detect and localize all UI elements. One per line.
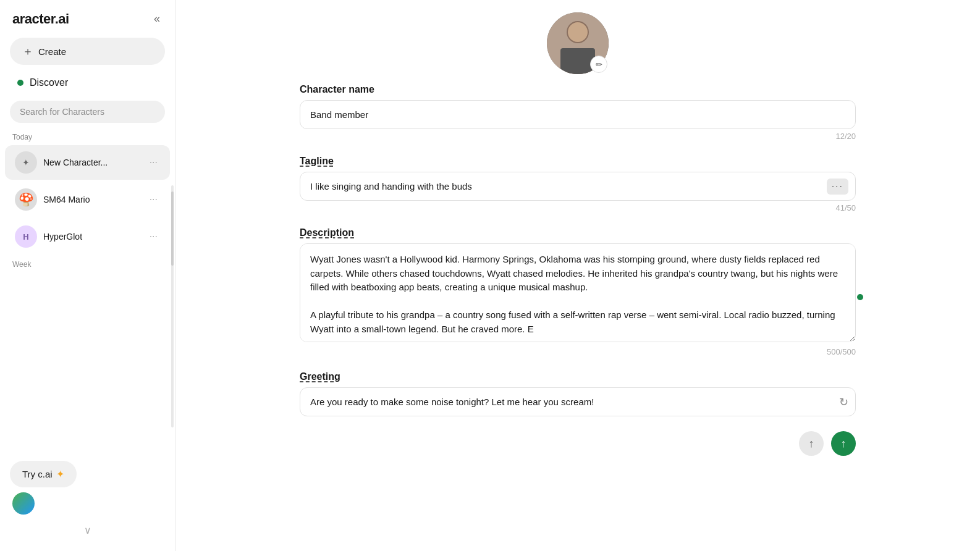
search-characters-input[interactable]: Search for Characters (10, 101, 165, 123)
sm64mario-avatar: 🍄 (15, 188, 37, 211)
new-char-name: New Character... (43, 158, 108, 167)
greeting-input[interactable] (300, 387, 856, 416)
greeting-input-wrapper: ↻ (300, 387, 856, 416)
description-count: 500/500 (300, 347, 856, 356)
hyperglot-more-button[interactable]: ··· (147, 229, 160, 245)
sidebar: aracter.ai « ＋ Create Discover Search fo… (0, 0, 175, 551)
description-indicator (857, 294, 863, 300)
character-avatar-wrapper: ✏ (547, 12, 609, 74)
tagline-label: Tagline (300, 156, 334, 167)
svg-point-4 (568, 22, 588, 42)
character-form: ✏ Character name 12/20 Tagline ··· 41/50… (300, 0, 856, 456)
refresh-greeting-button[interactable]: ↻ (839, 395, 848, 409)
greeting-label: Greeting (300, 371, 340, 382)
sidebar-item-discover[interactable]: Discover (5, 71, 170, 95)
try-cai-button[interactable]: Try c.ai✦ (10, 461, 77, 487)
create-button[interactable]: ＋ Create (10, 38, 165, 65)
sidebar-bottom: Try c.ai✦ ∨ (0, 451, 175, 551)
bottom-actions: ↑ ↑ (300, 431, 856, 456)
primary-action-button[interactable]: ↑ (831, 431, 856, 456)
sidebar-header: aracter.ai « (0, 0, 175, 33)
section-week-label: Week (0, 255, 175, 271)
hyperglot-avatar: H (15, 225, 37, 248)
tagline-input[interactable] (300, 172, 856, 201)
tagline-count: 41/50 (300, 203, 856, 212)
nav-dot-icon (17, 80, 23, 86)
sm64mario-name: SM64 Mario (43, 195, 90, 204)
tagline-input-wrapper: ··· (300, 172, 856, 201)
secondary-action-icon: ↑ (809, 437, 814, 450)
sm64mario-more-button[interactable]: ··· (147, 191, 160, 208)
user-avatar[interactable] (12, 492, 35, 515)
plus-icon: ＋ (22, 44, 33, 59)
new-char-more-button[interactable]: ··· (147, 154, 160, 170)
new-char-avatar: ✦ (15, 151, 37, 174)
secondary-action-button[interactable]: ↑ (799, 431, 824, 456)
character-name-count: 12/20 (300, 132, 856, 141)
tagline-more-button[interactable]: ··· (827, 179, 848, 195)
hyperglot-name: HyperGlot (43, 232, 82, 242)
character-name-label: Character name (300, 84, 856, 95)
chat-item-sm64mario[interactable]: 🍄 SM64 Mario ··· (5, 182, 170, 217)
tagline-field-group: Tagline ··· 41/50 (300, 156, 856, 212)
description-field-group: Description 500/500 (300, 227, 856, 356)
description-textarea[interactable] (300, 243, 856, 342)
collapse-sidebar-button[interactable]: « (151, 10, 163, 28)
character-name-input[interactable] (300, 100, 856, 129)
scrollbar-track (171, 185, 174, 427)
character-name-field-group: Character name 12/20 (300, 84, 856, 141)
refresh-icon: ↻ (839, 396, 848, 408)
sidebar-collapse-arrow[interactable]: ∨ (0, 519, 175, 541)
scrollbar-thumb[interactable] (171, 191, 174, 266)
pencil-icon: ✏ (596, 60, 602, 69)
description-label: Description (300, 227, 354, 238)
main-content: ✏ Character name 12/20 Tagline ··· 41/50… (175, 0, 980, 551)
chat-item-hyperglot[interactable]: H HyperGlot ··· (5, 219, 170, 254)
primary-action-icon: ↑ (841, 437, 847, 450)
brand-name: aracter.ai (12, 11, 69, 27)
greeting-field-group: Greeting ↻ (300, 371, 856, 416)
new-character-item[interactable]: ✦ New Character... ··· (5, 145, 170, 180)
description-input-wrapper (300, 243, 856, 345)
section-today-label: Today (0, 128, 175, 144)
edit-avatar-button[interactable]: ✏ (590, 56, 607, 73)
character-header: ✏ (300, 0, 856, 84)
